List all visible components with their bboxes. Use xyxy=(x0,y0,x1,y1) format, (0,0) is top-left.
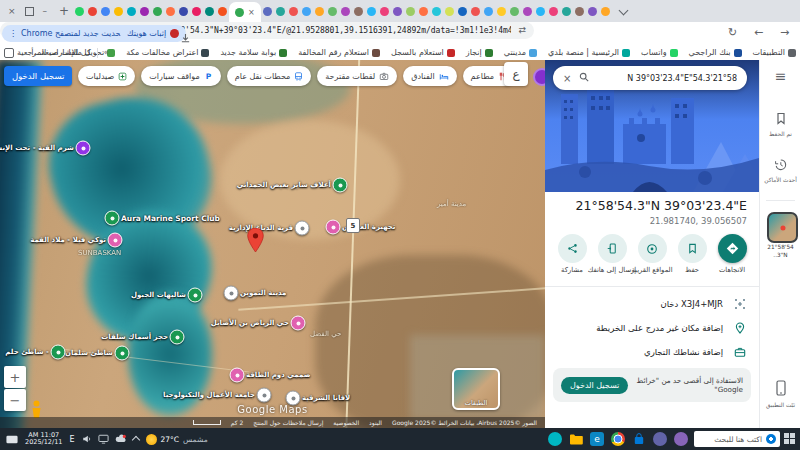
tab-close-icon[interactable]: × xyxy=(248,8,255,17)
map-poi-marker[interactable] xyxy=(115,346,130,361)
taskbar-app-icon[interactable] xyxy=(653,432,667,446)
map-poi-marker[interactable] xyxy=(108,233,123,248)
browser-tab[interactable] xyxy=(430,2,443,20)
browser-tab[interactable] xyxy=(216,2,229,20)
kebab-menu-icon[interactable]: ⋮ xyxy=(9,29,17,38)
display-icon[interactable] xyxy=(98,434,109,444)
action-send[interactable]: إرسال إلى هاتفك xyxy=(593,234,631,274)
browser-tab[interactable] xyxy=(203,2,216,20)
bookmark-item[interactable]: واتساب xyxy=(641,48,677,57)
map-poi-marker[interactable] xyxy=(224,286,239,301)
map-poi-marker[interactable] xyxy=(76,141,91,156)
maps-search-bar[interactable]: × N 39°03'23.4"E"54.3'21°58 xyxy=(553,66,747,90)
close-window-icon[interactable]: × xyxy=(8,7,16,16)
browser-tab[interactable] xyxy=(352,2,365,20)
maps-sign-in-button[interactable]: تسجيل الدخول xyxy=(4,66,72,86)
bookmark-item[interactable]: بنك الراجحي xyxy=(689,48,742,57)
install-app-button[interactable]: ثبّت التطبيق xyxy=(760,380,800,409)
action-save[interactable]: حفظ xyxy=(673,234,711,274)
browser-tab[interactable] xyxy=(177,2,190,20)
attribution-privacy[interactable]: الخصوصية xyxy=(333,419,359,426)
browser-tab[interactable] xyxy=(138,2,151,20)
attribution-terms[interactable]: البنود xyxy=(369,419,382,426)
map-canvas[interactable]: تسجيل الدخول مطاعمالفنادقلقطات مقترحةمحط… xyxy=(0,60,545,428)
rail-item-history[interactable]: أحدث الأماكن xyxy=(760,156,800,184)
category-pill-pharmacy[interactable]: صيدليات xyxy=(78,66,135,86)
bookmark-item[interactable]: الرئيسية | منصة بلدي xyxy=(548,48,630,57)
edge-app-icon[interactable]: e xyxy=(590,432,604,446)
browser-tab[interactable] xyxy=(365,2,378,20)
close-icon[interactable]: × xyxy=(563,73,571,84)
attribution-feedback[interactable]: إرسال ملاحظات حول المنتج xyxy=(253,419,323,426)
browser-tab[interactable] xyxy=(456,2,469,20)
browser-tab[interactable] xyxy=(534,2,547,20)
cloud-icon[interactable] xyxy=(115,434,126,444)
map-poi-marker[interactable] xyxy=(230,368,245,383)
map-poi-marker[interactable] xyxy=(188,288,203,303)
layers-button[interactable]: الطبقات xyxy=(452,368,500,410)
map-poi-marker[interactable] xyxy=(326,220,341,235)
detail-row-addplace[interactable]: إضافة مكان غير مدرج على الخريطة xyxy=(545,316,759,340)
browser-tab[interactable] xyxy=(326,2,339,20)
recent-place-chip[interactable] xyxy=(767,212,798,243)
bookmark-item[interactable]: إنجاز xyxy=(466,48,493,57)
browser-tab[interactable] xyxy=(261,2,274,20)
bookmark-item[interactable]: اعتراض مخالفات مكة xyxy=(126,48,209,57)
chrome-app-icon[interactable] xyxy=(611,432,625,446)
touch-keyboard-icon[interactable] xyxy=(6,435,18,444)
browser-tab[interactable] xyxy=(521,2,534,20)
map-poi-marker[interactable] xyxy=(333,178,348,193)
restore-window-icon[interactable] xyxy=(25,7,34,16)
browser-tab[interactable] xyxy=(469,2,482,20)
weather-widget[interactable]: مشمس 27°C xyxy=(146,434,208,445)
browser-tab[interactable] xyxy=(339,2,352,20)
browser-tab[interactable] xyxy=(274,2,287,20)
action-share[interactable]: مشاركة xyxy=(553,234,591,274)
bookmark-item[interactable]: مدينتي xyxy=(504,48,537,57)
detail-row-pluscode[interactable]: X3J4+MJR دخان xyxy=(545,292,759,316)
browser-tab[interactable] xyxy=(482,2,495,20)
start-button[interactable] xyxy=(784,433,796,445)
browser-tab[interactable] xyxy=(573,2,586,20)
minimize-window-icon[interactable]: – xyxy=(43,7,48,16)
bookmark-item[interactable]: التطبيقات xyxy=(753,48,796,57)
browser-tab[interactable] xyxy=(99,2,112,20)
browser-tab[interactable] xyxy=(112,2,125,20)
bookmark-item[interactable]: استعلام بالسجل xyxy=(391,48,455,57)
language-indicator[interactable]: E xyxy=(69,435,74,444)
map-poi-marker[interactable] xyxy=(257,388,272,403)
reload-button[interactable]: ↻ xyxy=(728,27,737,38)
bookmark-item[interactable]: استعلام رقم المخالفة xyxy=(298,48,380,57)
browser-tab[interactable] xyxy=(443,2,456,20)
browser-tab[interactable] xyxy=(586,2,599,20)
volume-icon[interactable] xyxy=(82,434,92,444)
browser-tab[interactable] xyxy=(495,2,508,20)
file-explorer-icon[interactable] xyxy=(569,432,583,446)
map-poi-marker[interactable] xyxy=(170,330,185,345)
browser-tab[interactable] xyxy=(547,2,560,20)
hidden-icons-chevron[interactable] xyxy=(131,436,139,444)
map-poi-marker[interactable] xyxy=(105,211,120,226)
browser-tab[interactable] xyxy=(599,2,612,20)
active-tab[interactable]: × xyxy=(229,2,261,22)
forward-button[interactable]: → xyxy=(780,27,789,38)
tabs-overflow-icon[interactable] xyxy=(618,5,628,15)
bookmark-item[interactable]: بوابة سلامة جديد xyxy=(220,48,287,57)
category-pill-transit[interactable]: محطات نقل عام xyxy=(227,66,312,86)
browser-tab[interactable] xyxy=(86,2,99,20)
zoom-in-button[interactable]: + xyxy=(4,366,26,388)
browser-tab[interactable] xyxy=(287,2,300,20)
action-directions[interactable]: الاتجاهات xyxy=(713,234,751,274)
taskbar-app-icon[interactable] xyxy=(674,432,688,446)
all-bookmarks-button[interactable]: كل الإشارات المرجعية xyxy=(4,48,91,58)
category-pill-parking[interactable]: Pمواقف سيارات xyxy=(141,66,220,86)
taskbar-clock[interactable]: AM 11:07 2025/12/11 xyxy=(25,432,62,447)
browser-tab[interactable] xyxy=(404,2,417,20)
browser-tab[interactable] xyxy=(73,2,86,20)
translate-icon[interactable]: ⇄ xyxy=(518,26,526,35)
new-tab-button[interactable]: + xyxy=(59,4,69,18)
map-poi-marker[interactable] xyxy=(295,221,310,236)
browser-tab[interactable] xyxy=(417,2,430,20)
identity-pill[interactable]: إثبات هويتك xyxy=(120,25,186,42)
dropped-pin-icon[interactable] xyxy=(247,228,264,253)
